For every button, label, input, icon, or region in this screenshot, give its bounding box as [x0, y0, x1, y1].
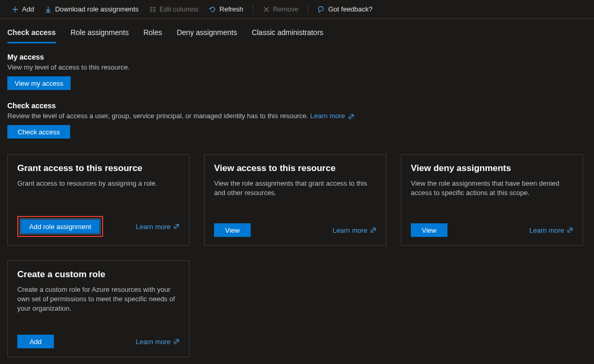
section-check-access: Check access Review the level of access …: [7, 101, 587, 139]
tab-classic-administrators[interactable]: Classic administrators: [252, 28, 323, 43]
external-link-icon: [370, 227, 376, 233]
external-link-icon: [173, 338, 180, 345]
check-access-title: Check access: [7, 101, 587, 110]
card-custom-role-desc: Create a custom role for Azure resources…: [17, 285, 180, 314]
card-grant-learn-more-text: Learn more: [136, 223, 171, 231]
tab-role-assignments[interactable]: Role assignments: [71, 28, 129, 43]
toolbar-remove-label: Remove: [273, 5, 298, 13]
toolbar-remove: Remove: [259, 3, 302, 15]
toolbar-edit-columns-label: Edit columns: [160, 5, 198, 13]
card-custom-role-learn-more[interactable]: Learn more: [136, 338, 180, 346]
check-access-desc-text: Review the level of access a user, group…: [7, 112, 310, 120]
refresh-icon: [209, 6, 216, 13]
section-my-access: My access View my level of access to thi…: [7, 53, 587, 90]
tab-roles[interactable]: Roles: [143, 28, 162, 43]
view-my-access-button[interactable]: View my access: [7, 76, 71, 90]
card-custom-role-learn-more-text: Learn more: [136, 338, 171, 346]
external-link-icon: [173, 223, 180, 230]
tab-deny-assignments[interactable]: Deny assignments: [177, 28, 237, 43]
card-view-deny: View deny assignments View the role assi…: [401, 154, 583, 246]
external-link-icon: [567, 227, 573, 233]
card-view-access-learn-more[interactable]: Learn more: [333, 226, 376, 234]
card-custom-role: Create a custom role Create a custom rol…: [7, 260, 189, 357]
view-deny-button[interactable]: View: [411, 223, 447, 237]
check-access-desc: Review the level of access a user, group…: [7, 112, 587, 120]
card-grant-learn-more[interactable]: Learn more: [136, 223, 180, 231]
card-view-deny-learn-more[interactable]: Learn more: [530, 226, 573, 234]
toolbar-feedback-label: Got feedback?: [328, 5, 373, 13]
card-view-deny-footer: View Learn more: [411, 223, 573, 237]
card-custom-role-title: Create a custom role: [17, 269, 180, 280]
check-access-learn-more-link[interactable]: Learn more: [310, 112, 354, 120]
toolbar-refresh[interactable]: Refresh: [205, 3, 248, 15]
add-custom-role-button[interactable]: Add: [17, 335, 54, 348]
tabs: Check access Role assignments Roles Deny…: [0, 19, 594, 43]
external-link-icon: [348, 113, 354, 120]
toolbar-feedback[interactable]: Got feedback?: [313, 3, 377, 15]
card-custom-role-footer: Add Learn more: [17, 335, 180, 348]
toolbar-edit-columns: Edit columns: [145, 3, 203, 15]
card-view-access-desc: View the role assignments that grant acc…: [214, 179, 376, 198]
cards-row-1: Grant access to this resource Grant acce…: [7, 154, 587, 246]
content: My access View my level of access to thi…: [0, 43, 594, 364]
card-grant-desc: Grant access to resources by assigning a…: [17, 179, 180, 188]
card-view-deny-learn-more-text: Learn more: [530, 226, 564, 234]
toolbar-separator: [253, 5, 253, 14]
columns-icon: [149, 6, 156, 13]
check-access-button[interactable]: Check access: [7, 125, 70, 139]
toolbar: Add Download role assignments Edit colum…: [0, 0, 594, 19]
toolbar-add[interactable]: Add: [7, 3, 38, 15]
plus-icon: [12, 6, 19, 13]
add-role-assignment-highlight: Add role assignment: [17, 216, 103, 237]
view-access-button[interactable]: View: [214, 223, 251, 237]
card-view-access: View access to this resource View the ro…: [204, 154, 386, 246]
toolbar-refresh-label: Refresh: [219, 5, 243, 13]
card-grant-access: Grant access to this resource Grant acce…: [7, 154, 189, 246]
my-access-desc: View my level of access to this resource…: [7, 63, 587, 71]
remove-icon: [263, 6, 270, 13]
card-grant-title: Grant access to this resource: [17, 163, 180, 174]
toolbar-add-label: Add: [22, 5, 34, 13]
my-access-title: My access: [7, 53, 587, 61]
check-access-learn-more-text: Learn more: [310, 112, 345, 120]
card-view-access-title: View access to this resource: [214, 163, 376, 174]
toolbar-download[interactable]: Download role assignments: [40, 3, 143, 15]
add-role-assignment-button[interactable]: Add role assignment: [21, 220, 99, 233]
download-icon: [44, 6, 52, 13]
card-grant-footer: Add role assignment Learn more: [17, 216, 180, 237]
toolbar-download-label: Download role assignments: [55, 5, 139, 13]
card-view-access-footer: View Learn more: [214, 223, 376, 237]
feedback-icon: [318, 6, 325, 13]
toolbar-separator: [308, 5, 308, 14]
card-view-deny-desc: View the role assignments that have been…: [411, 179, 573, 198]
tab-check-access[interactable]: Check access: [7, 28, 56, 43]
card-view-deny-title: View deny assignments: [411, 163, 573, 174]
card-view-access-learn-more-text: Learn more: [333, 226, 367, 234]
cards-row-2: Create a custom role Create a custom rol…: [7, 260, 587, 357]
